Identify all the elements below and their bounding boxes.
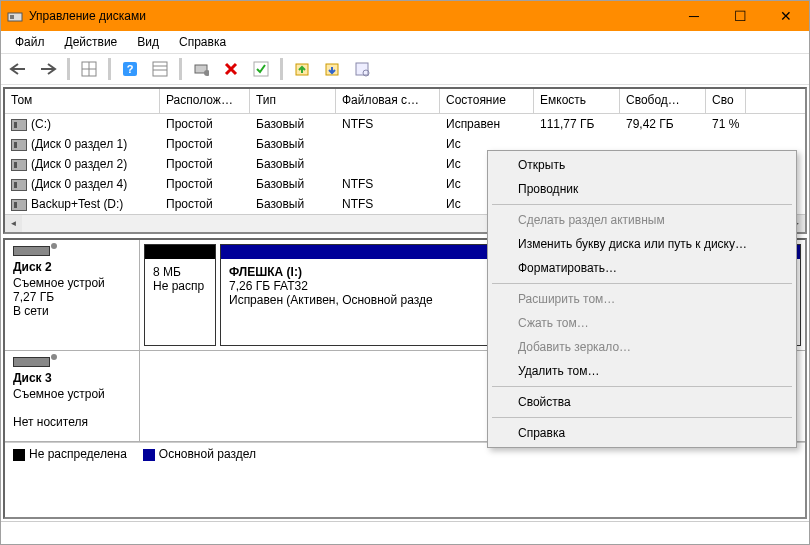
disk-drive-icon xyxy=(13,357,50,367)
help-icon[interactable]: ? xyxy=(117,56,143,82)
cell-free: 79,42 ГБ xyxy=(620,115,706,133)
cell-layout: Простой xyxy=(160,195,250,213)
volume-name: (C:) xyxy=(31,117,51,131)
col-type[interactable]: Тип xyxy=(250,89,336,113)
column-header-row: Том Располож… Тип Файловая с… Состояние … xyxy=(5,89,805,114)
list-icon[interactable] xyxy=(147,56,173,82)
volume-name: (Диск 0 раздел 4) xyxy=(31,177,127,191)
cell-state: Исправен xyxy=(440,115,534,133)
view-icon[interactable] xyxy=(188,56,214,82)
disk-type: Съемное устрой xyxy=(13,276,131,290)
cell-type: Базовый xyxy=(250,135,336,153)
cell-fs xyxy=(336,162,440,166)
ctx-separator xyxy=(492,386,792,387)
menu-file[interactable]: Файл xyxy=(5,33,55,51)
col-state[interactable]: Состояние xyxy=(440,89,534,113)
volume-icon xyxy=(11,199,27,211)
ctx-delete[interactable]: Удалить том… xyxy=(490,359,794,383)
legend-unallocated: Не распределена xyxy=(13,447,127,461)
down-icon[interactable] xyxy=(319,56,345,82)
back-button[interactable] xyxy=(5,56,31,82)
legend-primary: Основной раздел xyxy=(143,447,256,461)
ctx-mirror: Добавить зеркало… xyxy=(490,335,794,359)
volume-icon xyxy=(11,139,27,151)
toolbar-separator xyxy=(179,58,182,80)
minimize-button[interactable]: ─ xyxy=(671,1,717,31)
legend-label: Не распределена xyxy=(29,447,127,461)
cell-capacity: 111,77 ГБ xyxy=(534,115,620,133)
menu-action[interactable]: Действие xyxy=(55,33,128,51)
svg-rect-1 xyxy=(10,15,14,19)
disk-info-panel[interactable]: Диск 3 Съемное устрой Нет носителя xyxy=(5,351,140,441)
partition-unallocated[interactable]: 8 МБ Не распр xyxy=(144,244,216,346)
volume-name: Backup+Test (D:) xyxy=(31,197,123,211)
ctx-format[interactable]: Форматировать… xyxy=(490,256,794,280)
svg-rect-15 xyxy=(356,63,368,75)
cell-fs: NTFS xyxy=(336,175,440,193)
volume-name: (Диск 0 раздел 1) xyxy=(31,137,127,151)
cell-type: Базовый xyxy=(250,115,336,133)
volume-row[interactable]: (C:)ПростойБазовыйNTFSИсправен111,77 ГБ7… xyxy=(5,114,805,134)
cell-capacity xyxy=(534,142,620,146)
cell-layout: Простой xyxy=(160,135,250,153)
col-free-pct[interactable]: Сво xyxy=(706,89,746,113)
toolbar-separator xyxy=(280,58,283,80)
ctx-properties[interactable]: Свойства xyxy=(490,390,794,414)
cell-pct: 71 % xyxy=(706,115,746,133)
props-icon[interactable] xyxy=(349,56,375,82)
disk-name: Диск 2 xyxy=(13,260,131,274)
legend-label: Основной раздел xyxy=(159,447,256,461)
ctx-separator xyxy=(492,204,792,205)
disk-status: В сети xyxy=(13,304,131,318)
disk-info-panel[interactable]: Диск 2 Съемное устрой 7,27 ГБ В сети xyxy=(5,240,140,350)
ctx-change-letter[interactable]: Изменить букву диска или путь к диску… xyxy=(490,232,794,256)
disk-name: Диск 3 xyxy=(13,371,131,385)
ctx-separator xyxy=(492,417,792,418)
titlebar[interactable]: Управление дисками ─ ☐ ✕ xyxy=(1,1,809,31)
menu-view[interactable]: Вид xyxy=(127,33,169,51)
cell-type: Базовый xyxy=(250,155,336,173)
cell-layout: Простой xyxy=(160,175,250,193)
menubar: Файл Действие Вид Справка xyxy=(1,31,809,53)
col-layout[interactable]: Располож… xyxy=(160,89,250,113)
up-icon[interactable] xyxy=(289,56,315,82)
col-filesystem[interactable]: Файловая с… xyxy=(336,89,440,113)
delete-icon[interactable] xyxy=(218,56,244,82)
close-button[interactable]: ✕ xyxy=(763,1,809,31)
svg-text:?: ? xyxy=(127,63,134,75)
volume-icon xyxy=(11,119,27,131)
partition-size: 8 МБ xyxy=(153,265,207,279)
app-icon xyxy=(7,8,23,24)
disk-size: 7,27 ГБ xyxy=(13,290,131,304)
ctx-shrink: Сжать том… xyxy=(490,311,794,335)
menu-help[interactable]: Справка xyxy=(169,33,236,51)
volume-icon xyxy=(11,179,27,191)
cell-type: Базовый xyxy=(250,195,336,213)
ctx-help[interactable]: Справка xyxy=(490,421,794,445)
cell-layout: Простой xyxy=(160,115,250,133)
ctx-open[interactable]: Открыть xyxy=(490,153,794,177)
forward-button[interactable] xyxy=(35,56,61,82)
toolbar-separator xyxy=(108,58,111,80)
cell-type: Базовый xyxy=(250,175,336,193)
cell-fs: NTFS xyxy=(336,195,440,213)
cell-layout: Простой xyxy=(160,155,250,173)
maximize-button[interactable]: ☐ xyxy=(717,1,763,31)
ctx-make-active: Сделать раздел активным xyxy=(490,208,794,232)
volume-name: (Диск 0 раздел 2) xyxy=(31,157,127,171)
statusbar xyxy=(1,521,809,544)
cell-free xyxy=(620,142,706,146)
col-free[interactable]: Свобод… xyxy=(620,89,706,113)
grid-icon[interactable] xyxy=(76,56,102,82)
cell-fs: NTFS xyxy=(336,115,440,133)
col-capacity[interactable]: Емкость xyxy=(534,89,620,113)
context-menu: Открыть Проводник Сделать раздел активны… xyxy=(487,150,797,448)
disk-type: Съемное устрой xyxy=(13,387,131,401)
col-volume[interactable]: Том xyxy=(5,89,160,113)
partition-state: Не распр xyxy=(153,279,207,293)
ctx-explorer[interactable]: Проводник xyxy=(490,177,794,201)
toolbar-separator xyxy=(67,58,70,80)
disk-drive-icon xyxy=(13,246,50,256)
check-icon[interactable] xyxy=(248,56,274,82)
ctx-extend: Расширить том… xyxy=(490,287,794,311)
